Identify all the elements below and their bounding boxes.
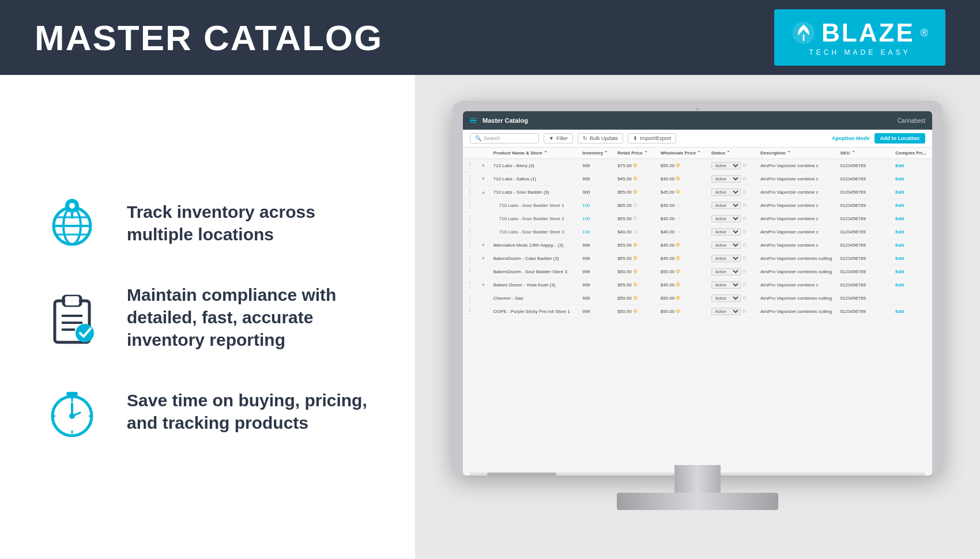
row-status: Active Inactive ⚙ (708, 265, 757, 278)
row-dots[interactable]: ⋮ (463, 186, 478, 199)
row-sku: 0123456789 (836, 278, 892, 292)
row-dots[interactable]: ⋮ (463, 278, 478, 292)
monitor-stand-neck (674, 465, 721, 494)
row-sku: 0123456789 (836, 212, 892, 225)
col-product-name[interactable]: Product Name & Store ⌃ (490, 148, 579, 159)
row-dots[interactable]: ⋮ (463, 239, 478, 252)
row-edit[interactable]: Edit (892, 172, 932, 186)
row-dots[interactable]: ⋮ (463, 225, 478, 239)
row-edit[interactable]: Edit (892, 159, 932, 172)
row-product-name: Alternative Meds 1/8th happy... (3) (490, 239, 579, 252)
row-retail-price: $55.00 ⚙ (614, 252, 657, 265)
col-complex-price[interactable]: Complex Pri... (892, 148, 932, 159)
row-wholesale-price: $55.00 ⚙ (657, 159, 708, 172)
page-header: MASTER CATALOG BLAZE ® TECH MADE EASY (0, 0, 980, 75)
table-row: ⋮ BakersDozen - Sour Badder Store 3 999 … (463, 265, 932, 278)
table-row: ⋮ ▼ 710 Labs - Berry (3) 999 $75.00 ⚙ $5… (463, 159, 932, 172)
upload-icon: ⬆ (633, 135, 638, 141)
row-inventory: 999 (579, 265, 614, 278)
row-expand[interactable]: ▼ (478, 278, 490, 292)
refresh-icon: ↻ (583, 135, 587, 141)
row-expand[interactable] (478, 212, 490, 225)
row-inventory: 999 (579, 252, 614, 265)
search-box[interactable]: 🔍 Search (470, 133, 539, 143)
row-edit[interactable]: Edit (892, 239, 932, 252)
row-wholesale-price: $40.00 ↔ (657, 212, 708, 225)
row-expand[interactable]: ▼ (478, 172, 490, 186)
col-retail-price[interactable]: Retail Price ⌃ (614, 148, 657, 159)
leaf-icon (791, 21, 816, 45)
import-export-button[interactable]: ⬆ Import/Export (628, 133, 676, 143)
row-description: AirsPro Vaporizer combines cutting (757, 252, 836, 265)
row-description: AirsPro Vaporizer combine c (757, 239, 836, 252)
row-edit[interactable]: Edit (892, 199, 932, 212)
row-expand[interactable] (478, 225, 490, 239)
row-dots[interactable]: ⋮ (463, 172, 478, 186)
col-inventory[interactable]: Inventory ⌃ (579, 148, 614, 159)
row-expand[interactable] (478, 292, 490, 305)
row-retail-price: $55.00 ⚙ (614, 212, 657, 225)
search-placeholder: Search (484, 135, 500, 141)
col-status[interactable]: Status ⌃ (708, 148, 757, 159)
row-product-name: 710 Labs - Sour Badder Store 2 (490, 212, 579, 225)
add-to-location-button[interactable]: Add to Location (875, 133, 926, 143)
row-description: AirsPro Vaporizer combine c (757, 225, 836, 239)
row-expand[interactable] (478, 199, 490, 212)
row-status: Active Inactive ⚙ (708, 199, 757, 212)
feature-text-1: Track inventory across multiple location… (127, 201, 375, 245)
row-sku: 0123456789 (836, 305, 892, 318)
row-dots[interactable]: ⋮ (463, 305, 478, 318)
row-description: AirsPro Vaporizer combine c (757, 186, 836, 199)
row-edit[interactable]: Edit (892, 212, 932, 225)
row-edit[interactable]: Edit (892, 186, 932, 199)
row-edit[interactable] (892, 292, 932, 305)
table-row: ⋮ 710 Labs - Sour Badder Store 2 100 $55… (463, 212, 932, 225)
row-dots[interactable]: ⋮ (463, 159, 478, 172)
row-expand[interactable]: ▼ (478, 252, 490, 265)
svg-rect-1 (803, 35, 805, 41)
row-dots[interactable]: ⋮ (463, 265, 478, 278)
row-wholesale-price: $40.00 ↔ (657, 225, 708, 239)
row-description: AirsPro Vaporizer combine c (757, 212, 836, 225)
monitor-screen: Master Catalog Cannabest 🔍 Search ▼ Filt… (463, 111, 932, 475)
row-sku: 0123456789 (836, 292, 892, 305)
row-inventory: 999 (579, 278, 614, 292)
row-product-name: OGPE - Purple Sticky Pre-roll Store 1 (490, 305, 579, 318)
row-edit[interactable]: Edit (892, 305, 932, 318)
table-row: ⋮ 710 Labs - Sour Badder Store 1 100 $65… (463, 199, 932, 212)
row-expand[interactable] (478, 305, 490, 318)
row-edit[interactable]: Edit (892, 225, 932, 239)
bulk-update-button[interactable]: ↻ Bulk Update (578, 133, 623, 143)
col-wholesale-price[interactable]: Wholesale Price ⌃ (657, 148, 708, 159)
scrollbar-thumb (487, 473, 556, 475)
row-dots[interactable]: ⋮ (463, 252, 478, 265)
row-dots[interactable]: ⋮ (463, 292, 478, 305)
clipboard-check-icon (40, 285, 104, 349)
row-status: Active Inactive ⚙ (708, 212, 757, 225)
row-dots[interactable]: ⋮ (463, 199, 478, 212)
row-wholesale-price: $40.00 ⚙ (657, 172, 708, 186)
row-dots[interactable]: ⋮ (463, 212, 478, 225)
row-edit[interactable]: Edit (892, 252, 932, 265)
row-wholesale-price: $50.00 ⚙ (657, 265, 708, 278)
svg-rect-11 (65, 296, 79, 305)
row-expand[interactable]: ▼ (478, 159, 490, 172)
row-product-name: 710 Labs - Berry (3) (490, 159, 579, 172)
col-sku[interactable]: SKU ⌃ (836, 148, 892, 159)
adoption-mode-button[interactable]: Apoption Mode (832, 135, 869, 141)
row-status: Active Inactive ⚙ (708, 305, 757, 318)
row-edit[interactable]: Edit (892, 265, 932, 278)
table-header-row: Product Name & Store ⌃ Inventory ⌃ Retai… (463, 148, 932, 159)
row-retail-price: $50.00 ⚙ (614, 265, 657, 278)
monitor-stand-base (617, 493, 778, 510)
filter-button[interactable]: ▼ Filter (544, 133, 573, 143)
row-edit[interactable]: Edit (892, 278, 932, 292)
row-expand[interactable]: ▲ (478, 186, 490, 199)
table-scroll-area[interactable]: Product Name & Store ⌃ Inventory ⌃ Retai… (463, 148, 932, 471)
row-expand[interactable] (478, 265, 490, 278)
col-description[interactable]: Description ⌃ (757, 148, 836, 159)
row-expand[interactable]: ▼ (478, 239, 490, 252)
main-content: Track inventory across multiple location… (0, 75, 980, 559)
row-sku: 0123456789 (836, 252, 892, 265)
row-inventory: 300 (579, 186, 614, 199)
